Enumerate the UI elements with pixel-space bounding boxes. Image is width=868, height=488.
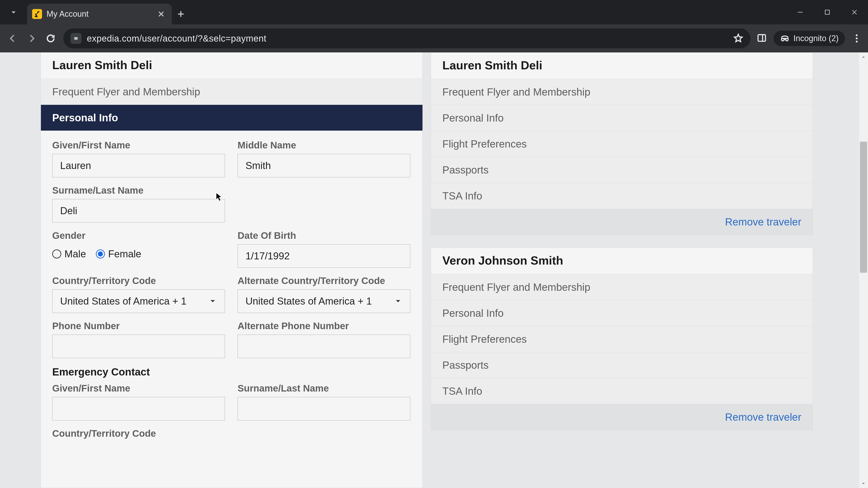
input-em-last[interactable] — [238, 397, 410, 420]
site-info-icon[interactable] — [70, 33, 81, 44]
select-country-code[interactable]: United States of America + 1 — [52, 289, 225, 313]
incognito-indicator[interactable]: Incognito (2) — [774, 31, 845, 46]
url-text: expedia.com/user/account/?&selc=payment — [87, 33, 266, 43]
svg-rect-1 — [758, 35, 765, 41]
traveler-1-section-personal[interactable]: Personal Info — [431, 300, 813, 326]
traveler-1-name: Veron Johnson Smith — [431, 248, 813, 274]
browser-menu-button[interactable] — [852, 34, 862, 42]
emergency-contact-header: Emergency Contact — [52, 366, 411, 378]
label-last-name: Surname/Last Name — [52, 185, 225, 196]
radio-male[interactable]: Male — [52, 248, 86, 260]
new-tab-button[interactable] — [172, 4, 190, 24]
window-close-button[interactable] — [841, 0, 868, 24]
traveler-1-section-flight[interactable]: Flight Preferences — [431, 326, 813, 352]
browser-tab[interactable]: My Account — [27, 4, 172, 24]
label-middle-name: Middle Name — [238, 140, 410, 151]
chevron-down-icon — [209, 297, 217, 305]
traveler-1-section-tsa[interactable]: TSA Info — [431, 378, 813, 404]
svg-rect-0 — [825, 10, 830, 14]
radio-female-label: Female — [108, 248, 141, 260]
traveler-card-0: Lauren Smith Deli Frequent Flyer and Mem… — [431, 53, 813, 235]
nav-back-button[interactable] — [6, 32, 19, 45]
label-dob: Date Of Birth — [238, 230, 410, 241]
label-em-first: Given/First Name — [52, 383, 225, 394]
traveler-0-remove-link[interactable]: Remove traveler — [725, 216, 801, 228]
traveler-1-remove-link[interactable]: Remove traveler — [725, 411, 801, 423]
traveler-1-section-ff[interactable]: Frequent Flyer and Membership — [431, 274, 813, 300]
side-panel-icon[interactable] — [757, 33, 767, 44]
scrollbar-down-icon[interactable] — [859, 479, 868, 488]
nav-forward-button — [25, 32, 38, 45]
address-bar[interactable]: expedia.com/user/account/?&selc=payment — [63, 29, 750, 48]
scrollbar-up-icon[interactable] — [859, 53, 868, 61]
input-first-name[interactable] — [52, 154, 225, 177]
tabs-search-button[interactable] — [0, 0, 27, 24]
label-em-last: Surname/Last Name — [238, 383, 410, 394]
label-em-country: Country/Territory Code — [52, 428, 225, 439]
label-alt-country-code: Alternate Country/Territory Code — [238, 275, 410, 286]
label-phone: Phone Number — [52, 321, 225, 331]
label-first-name: Given/First Name — [52, 140, 225, 151]
tab-close-icon[interactable] — [157, 10, 165, 18]
label-gender: Gender — [52, 230, 225, 241]
page-scrollbar-track[interactable] — [859, 53, 868, 488]
section-frequent-flyer[interactable]: Frequent Flyer and Membership — [41, 79, 423, 105]
traveler-0-section-flight[interactable]: Flight Preferences — [431, 131, 813, 157]
window-minimize-button[interactable] — [786, 0, 814, 24]
input-em-first[interactable] — [52, 397, 225, 420]
traveler-0-section-ff[interactable]: Frequent Flyer and Membership — [431, 79, 813, 105]
traveler-card-1: Veron Johnson Smith Frequent Flyer and M… — [431, 248, 813, 430]
nav-reload-button[interactable] — [44, 32, 57, 45]
traveler-0-section-personal[interactable]: Personal Info — [431, 105, 813, 131]
section-personal-info[interactable]: Personal Info — [41, 105, 423, 131]
expedia-favicon — [32, 9, 42, 19]
traveler-1-section-passports[interactable]: Passports — [431, 352, 813, 378]
traveler-0-section-tsa[interactable]: TSA Info — [431, 183, 813, 209]
input-last-name[interactable] — [52, 199, 225, 223]
traveler-editor-panel: Lauren Smith Deli Frequent Flyer and Mem… — [41, 53, 423, 488]
mouse-cursor-icon — [216, 193, 223, 202]
label-alt-phone: Alternate Phone Number — [238, 321, 410, 331]
chevron-down-icon — [394, 297, 402, 305]
input-alt-phone[interactable] — [238, 335, 410, 358]
input-middle-name[interactable] — [238, 154, 410, 177]
traveler-0-section-passports[interactable]: Passports — [431, 157, 813, 183]
radio-male-label: Male — [64, 248, 86, 260]
select-country-value: United States of America + 1 — [60, 295, 186, 307]
label-country-code: Country/Territory Code — [52, 275, 225, 286]
input-phone[interactable] — [52, 335, 225, 358]
input-dob[interactable] — [238, 244, 410, 268]
bookmark-star-icon[interactable] — [733, 33, 743, 44]
traveler-0-name: Lauren Smith Deli — [431, 53, 813, 79]
radio-female[interactable]: Female — [96, 248, 141, 260]
select-alt-country-value: United States of America + 1 — [246, 295, 372, 307]
select-alt-country-code[interactable]: United States of America + 1 — [238, 289, 410, 313]
page-scrollbar-thumb[interactable] — [860, 142, 867, 273]
tab-title: My Account — [46, 9, 153, 19]
traveler-name-header: Lauren Smith Deli — [41, 53, 423, 79]
window-maximize-button[interactable] — [814, 0, 841, 24]
incognito-label: Incognito (2) — [794, 34, 839, 43]
